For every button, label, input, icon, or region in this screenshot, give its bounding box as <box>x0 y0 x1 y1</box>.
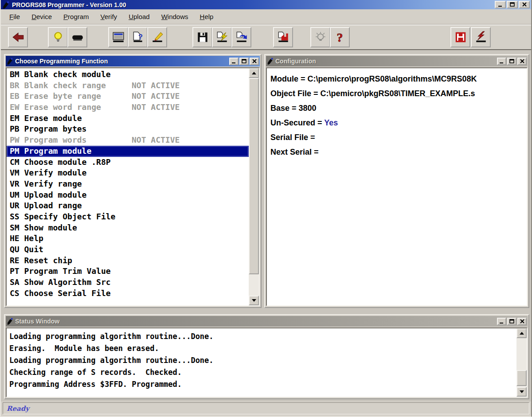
upload-doc-icon <box>277 31 290 44</box>
menu-item-upload[interactable]: Upload <box>123 11 156 22</box>
config-line-serial-file: Serial File = <box>270 130 523 145</box>
scroll-down-button[interactable] <box>516 387 527 397</box>
function-list-item-eb[interactable]: EB Erase byte rangeNOT ACTIVE <box>7 91 249 102</box>
function-list-item-br[interactable]: BR Blank check rangeNOT ACTIVE <box>7 80 249 91</box>
exit-button[interactable] <box>8 27 28 47</box>
save-icon <box>196 31 209 44</box>
function-list-item-cm[interactable]: CM Choose module .R8P <box>7 157 249 168</box>
maximize-icon <box>242 59 247 64</box>
config-window: Configuration Module = C:\pemicro\progRS… <box>264 54 529 308</box>
minimize-button[interactable] <box>497 58 506 65</box>
function-list-scrollbar[interactable] <box>249 68 259 305</box>
window-logo-icon <box>7 318 14 325</box>
function-list-item-qu[interactable]: QU Quit <box>7 244 249 255</box>
maximize-button[interactable] <box>239 58 249 65</box>
connect-button[interactable] <box>48 27 68 47</box>
app-window: PROGRS08 Programmer - Version 1.00 FileD… <box>0 0 532 417</box>
function-label: SM Show module <box>10 223 77 232</box>
function-label: SA Show Algorithm Src <box>10 277 111 287</box>
close-icon <box>522 2 527 7</box>
minimize-button[interactable] <box>229 58 239 65</box>
terminal-icon <box>112 31 125 44</box>
menu-bar: FileDeviceProgramVerifyUploadWindowsHelp <box>1 9 531 24</box>
maximize-button[interactable] <box>507 318 516 325</box>
edit-button[interactable] <box>147 27 167 47</box>
function-list-item-um[interactable]: UM Upload module <box>7 190 249 201</box>
function-list-item-pw[interactable]: PW Program wordsNOT ACTIVE <box>7 135 249 146</box>
config-value: 3800 <box>299 104 317 113</box>
chip-button[interactable] <box>67 27 87 47</box>
close-button[interactable] <box>519 1 530 8</box>
function-label: PM Program module <box>10 146 91 156</box>
maximize-button[interactable] <box>507 1 518 8</box>
minimize-icon <box>231 59 237 64</box>
program-file-button[interactable] <box>212 27 232 47</box>
function-window-body: BM Blank check moduleBR Blank check rang… <box>6 67 260 306</box>
status-window-titlebar[interactable]: Status Window <box>6 316 528 327</box>
function-list-item-ew[interactable]: EW Erase word rangeNOT ACTIVE <box>7 102 249 113</box>
menu-item-program[interactable]: Program <box>58 11 95 22</box>
program-serial-icon <box>474 31 488 44</box>
doc-help-button[interactable]: ? <box>128 27 148 47</box>
svg-text:?: ? <box>138 33 143 41</box>
program-serial-button[interactable] <box>471 27 491 47</box>
function-list-item-re[interactable]: RE Reset chip <box>7 255 249 266</box>
function-list-item-sa[interactable]: SA Show Algorithm Src <box>7 277 249 288</box>
help-icon: ? <box>333 31 347 44</box>
function-label: UR Upload range <box>10 201 82 210</box>
scroll-thumb[interactable] <box>249 78 259 274</box>
mdi-area: Choose Programming Function BM Blank che… <box>1 50 531 401</box>
maximize-button[interactable] <box>507 58 516 65</box>
scroll-down-button[interactable] <box>249 296 259 305</box>
function-list-item-pm[interactable]: PM Program module <box>7 146 249 157</box>
function-window-titlebar[interactable]: Choose Programming Function <box>6 56 260 66</box>
status-log-line: Programming Address $3FFD. Programmed. <box>9 378 516 390</box>
menu-item-windows[interactable]: Windows <box>156 11 194 22</box>
function-status: NOT ACTIVE <box>132 80 180 91</box>
menu-item-help[interactable]: Help <box>194 11 219 22</box>
function-list-item-cs[interactable]: CS Choose Serial File <box>7 288 249 299</box>
upload-file-button[interactable] <box>273 27 293 47</box>
function-list-item-pb[interactable]: PB Program bytes <box>7 124 249 135</box>
bulb-off-button[interactable] <box>310 27 330 47</box>
close-button[interactable] <box>517 318 527 325</box>
menu-item-device[interactable]: Device <box>26 11 58 22</box>
status-log-line: Checking range of S records. Checked. <box>9 366 516 378</box>
function-label: VR Verify range <box>10 179 82 188</box>
function-label: CM Choose module .R8P <box>10 157 111 167</box>
function-list-item-em[interactable]: EM Erase module <box>7 113 249 124</box>
function-list-item-pt[interactable]: PT Program Trim Value <box>7 266 249 277</box>
minimize-icon <box>499 59 505 64</box>
save-serial-button[interactable] <box>450 27 470 47</box>
scroll-up-button[interactable] <box>249 68 259 78</box>
menu-item-verify[interactable]: Verify <box>95 11 123 22</box>
window-logo-icon <box>267 58 274 65</box>
close-button[interactable] <box>250 58 259 65</box>
function-label: QU Quit <box>10 245 43 254</box>
show-window-button[interactable] <box>108 27 128 47</box>
minimize-button[interactable] <box>495 1 506 8</box>
arrow-up-icon <box>252 72 256 74</box>
close-button[interactable] <box>517 58 527 65</box>
function-list-item-he[interactable]: HE Help <box>7 233 249 244</box>
scroll-up-button[interactable] <box>516 328 527 338</box>
function-list-item-vr[interactable]: VR Verify range <box>7 179 249 190</box>
config-window-titlebar[interactable]: Configuration <box>266 56 528 66</box>
help-button[interactable]: ? <box>330 27 350 47</box>
window-title: PROGRS08 Programmer - Version 1.00 <box>12 1 126 8</box>
status-log-line: Erasing. Module has been erased. <box>9 343 516 355</box>
status-scrollbar[interactable] <box>516 328 527 397</box>
function-list-item-sm[interactable]: SM Show module <box>7 222 249 234</box>
exit-arrow-icon <box>12 31 25 44</box>
verify-file-button[interactable] <box>231 27 251 47</box>
function-list-item-vm[interactable]: VM Verify module <box>7 168 249 179</box>
menu-item-file[interactable]: File <box>4 11 26 22</box>
function-list-item-ss[interactable]: SS Specify Object File <box>7 211 249 222</box>
bulb-dim-icon <box>314 31 327 44</box>
main-titlebar[interactable]: PROGRS08 Programmer - Version 1.00 <box>1 0 531 9</box>
function-list-item-bm[interactable]: BM Blank check module <box>7 69 249 80</box>
scroll-thumb[interactable] <box>516 370 527 386</box>
minimize-button[interactable] <box>497 318 506 325</box>
function-list-item-ur[interactable]: UR Upload range <box>7 200 249 211</box>
save-button[interactable] <box>192 27 212 47</box>
